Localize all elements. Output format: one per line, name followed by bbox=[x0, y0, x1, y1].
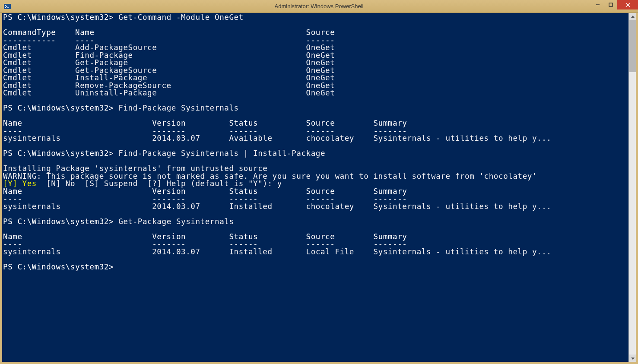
window-title: Administrator: Windows PowerShell bbox=[275, 3, 364, 9]
console-container: PS C:\Windows\system32> Get-Command -Mod… bbox=[0, 13, 638, 364]
titlebar: Administrator: Windows PowerShell bbox=[0, 0, 638, 13]
scrollbar[interactable] bbox=[628, 13, 636, 362]
close-button[interactable] bbox=[617, 0, 638, 9]
svg-rect-3 bbox=[609, 3, 613, 6]
powershell-icon bbox=[3, 3, 11, 10]
scroll-up-button[interactable] bbox=[629, 13, 636, 20]
console-output[interactable]: PS C:\Windows\system32> Get-Command -Mod… bbox=[2, 13, 628, 362]
maximize-button[interactable] bbox=[604, 0, 617, 9]
scroll-thumb[interactable] bbox=[629, 20, 636, 72]
scroll-down-button[interactable] bbox=[629, 355, 636, 362]
window-controls bbox=[591, 0, 638, 9]
minimize-button[interactable] bbox=[591, 0, 604, 9]
